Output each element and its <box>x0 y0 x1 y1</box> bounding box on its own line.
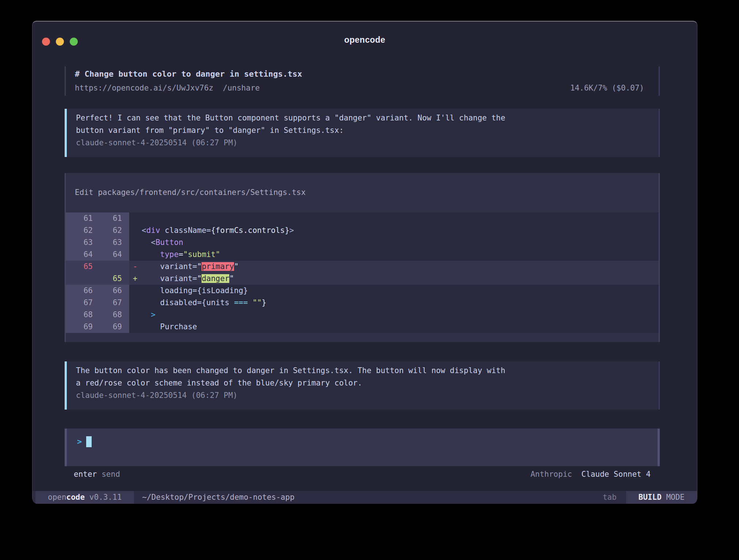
diff-row: 6161 <box>66 212 659 225</box>
code-line: type="submit" <box>141 249 220 261</box>
diff-gutter: 6464 <box>66 249 129 261</box>
model-indicator: Anthropic Claude Sonnet 4 <box>531 468 651 480</box>
text-cursor <box>86 436 92 447</box>
diff-gutter: 6161 <box>66 212 129 225</box>
old-line-number: 63 <box>66 237 97 249</box>
session-header: # Change button color to danger in setti… <box>65 66 660 96</box>
diff-marker <box>129 237 141 249</box>
model-name: Claude Sonnet 4 <box>581 470 651 479</box>
new-line-number: 62 <box>97 225 129 237</box>
code-line: > <box>141 309 156 321</box>
code-line: disabled={units === ""} <box>141 297 266 309</box>
app-version: v0.3.11 <box>85 493 122 502</box>
diff-lines: 61616262<div className={formCs.controls}… <box>66 212 659 333</box>
edit-tool-title: Edit packages/frontend/src/containers/Se… <box>66 173 659 199</box>
tab-key-hint: tab <box>603 491 626 504</box>
model-provider: Anthropic <box>531 470 572 479</box>
share-url: https://opencode.ai/s/UwJxv76z <box>75 81 213 95</box>
diff-marker <box>129 285 141 297</box>
mode-build-label: BUILD <box>639 493 662 502</box>
old-line-number: 61 <box>66 212 97 225</box>
diff-gutter: 6666 <box>66 285 129 297</box>
mode-label: MODE <box>662 493 685 502</box>
window-title: opencode <box>32 34 697 46</box>
new-line-number: 66 <box>97 285 129 297</box>
old-line-number: 69 <box>66 321 97 333</box>
send-hint-label: send <box>102 468 120 480</box>
message-line: The button color has been changed to dan… <box>76 364 650 377</box>
new-line-number <box>97 261 129 273</box>
new-line-number: 67 <box>97 297 129 309</box>
diff-row: 6363 <Button <box>66 237 659 249</box>
hints-row: enter send Anthropic Claude Sonnet 4 <box>65 468 660 480</box>
new-line-number: 65 <box>97 273 129 285</box>
diff-row: 6767 disabled={units === ""} <box>66 297 659 309</box>
old-line-number: 64 <box>66 249 97 261</box>
diff-marker <box>129 321 141 333</box>
diff-gutter: 6969 <box>66 321 129 333</box>
prompt-chevron: > <box>77 436 82 448</box>
app-name-open: open <box>48 493 66 502</box>
opencode-window: opencode # Change button color to danger… <box>32 21 697 503</box>
mode-toggle[interactable]: BUILD MODE <box>626 491 697 504</box>
message-meta: claude-sonnet-4-20250514 (06:27 PM) <box>76 137 650 149</box>
diff-marker <box>129 249 141 261</box>
diff-marker: + <box>129 273 141 285</box>
message-line: a red/rose color scheme instead of the b… <box>76 377 650 389</box>
diff-gutter: 65 <box>66 273 129 285</box>
diff-gutter: 65 <box>66 261 129 273</box>
diff-row: 6868 > <box>66 309 659 321</box>
new-line-number: 63 <box>97 237 129 249</box>
new-line-number: 61 <box>97 212 129 225</box>
app-name-code: code <box>66 493 85 502</box>
token-usage: 14.6K/7% ($0.07) <box>570 81 644 95</box>
diff-marker: - <box>129 261 141 273</box>
assistant-message: Perfect! I can see that the Button compo… <box>65 109 660 157</box>
diff-row: 6666 loading={isLoading} <box>66 285 659 297</box>
new-line-number: 68 <box>97 309 129 321</box>
screen: opencode # Change button color to danger… <box>0 0 739 560</box>
old-line-number <box>66 273 97 285</box>
diff-row: 6464 type="submit" <box>66 249 659 261</box>
enter-key-hint: enter <box>74 468 97 480</box>
old-line-number: 65 <box>66 261 97 273</box>
message-meta: claude-sonnet-4-20250514 (06:27 PM) <box>76 389 650 402</box>
diff-marker <box>129 309 141 321</box>
old-line-number: 62 <box>66 225 97 237</box>
diff-row: 65- variant="primary" <box>66 261 659 273</box>
diff-row: 6969 Purchase <box>66 321 659 333</box>
session-title: # Change button color to danger in setti… <box>75 67 302 81</box>
old-line-number: 67 <box>66 297 97 309</box>
message-line: Perfect! I can see that the Button compo… <box>76 112 650 124</box>
old-line-number: 66 <box>66 285 97 297</box>
code-line: variant="primary" <box>141 261 239 273</box>
diff-row: 6262<div className={formCs.controls}> <box>66 225 659 237</box>
code-line: <Button <box>141 237 183 249</box>
old-line-number: 68 <box>66 309 97 321</box>
diff-gutter: 6262 <box>66 225 129 237</box>
code-line: Purchase <box>141 321 197 333</box>
code-line <box>141 212 142 225</box>
new-line-number: 69 <box>97 321 129 333</box>
status-bar: opencode v0.3.11 ~/Desktop/Projects/demo… <box>32 491 697 504</box>
diff-gutter: 6767 <box>66 297 129 309</box>
app-version-segment: opencode v0.3.11 <box>35 491 134 504</box>
working-directory: ~/Desktop/Projects/demo-notes-app <box>142 491 294 504</box>
diff-marker <box>129 212 141 225</box>
code-line: loading={isLoading} <box>141 285 248 297</box>
diff-marker <box>129 225 141 237</box>
assistant-message: The button color has been changed to dan… <box>65 361 660 410</box>
diff-marker <box>129 297 141 309</box>
code-line: variant="danger" <box>141 273 234 285</box>
edit-tool-block: Edit packages/frontend/src/containers/Se… <box>65 173 660 342</box>
diff-row: 65+ variant="danger" <box>66 273 659 285</box>
code-line: <div className={formCs.controls}> <box>141 225 294 237</box>
diff-gutter: 6868 <box>66 309 129 321</box>
new-line-number: 64 <box>97 249 129 261</box>
message-line: button variant from "primary" to "danger… <box>76 124 650 137</box>
unshare-command: /unshare <box>223 81 260 95</box>
titlebar: opencode <box>32 22 697 58</box>
prompt-input[interactable]: > <box>65 429 660 466</box>
diff-gutter: 6363 <box>66 237 129 249</box>
